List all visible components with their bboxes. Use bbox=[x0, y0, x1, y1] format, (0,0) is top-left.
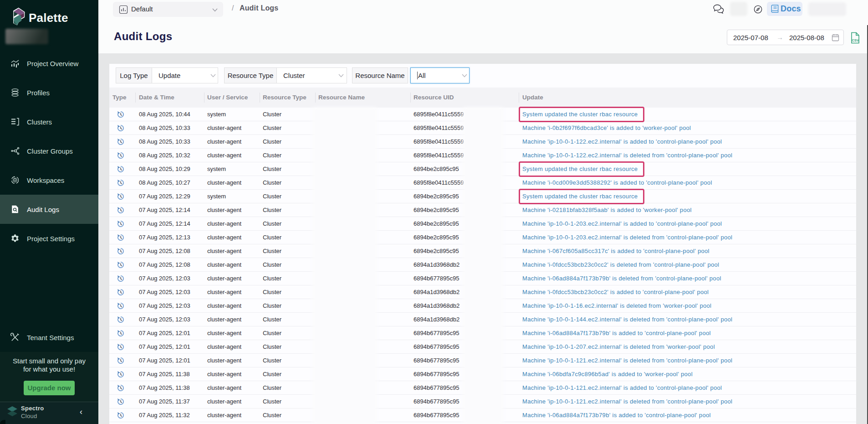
svg-text:CSV: CSV bbox=[852, 38, 859, 42]
